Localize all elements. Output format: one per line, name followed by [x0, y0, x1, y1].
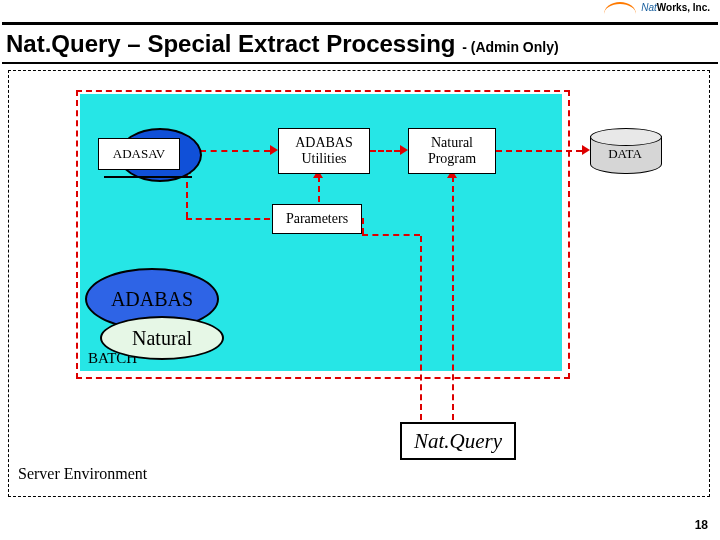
data-cylinder: DATA	[590, 128, 660, 172]
title-main: Nat.Query – Special Extract Processing	[6, 30, 462, 57]
top-rule	[2, 22, 718, 25]
cylinder-top-icon	[590, 128, 662, 146]
natquery-node: Nat.Query	[400, 422, 516, 460]
logo-text-2: Works, Inc.	[657, 2, 710, 13]
arrow-natquery-to-natprog	[452, 176, 454, 420]
title-rule	[2, 62, 718, 64]
server-environment-label: Server Environment	[18, 465, 147, 483]
adasav-underline	[104, 176, 192, 178]
adasav-node: ADASAV	[98, 120, 208, 190]
arrowhead-icon	[582, 145, 590, 155]
slide: NatWorks, Inc. Nat.Query – Special Extra…	[0, 0, 720, 540]
adabas-label: ADABAS	[111, 288, 193, 311]
adasav-label: ADASAV	[98, 138, 180, 170]
arrow-natquery-to-params-v	[420, 236, 422, 420]
arrow-utilities-to-natprog	[370, 150, 400, 152]
natural-program-node: Natural Program	[408, 128, 496, 174]
arrowhead-icon	[270, 145, 278, 155]
arrowhead-icon	[400, 145, 408, 155]
arrow-adasav-to-utilities	[200, 150, 270, 152]
natural-ellipse: Natural	[100, 316, 224, 360]
slide-title: Nat.Query – Special Extract Processing -…	[6, 30, 559, 58]
data-label: DATA	[590, 146, 660, 162]
logo-text-1: Nat	[641, 2, 657, 13]
arrow-params-left	[186, 218, 270, 220]
parameters-node: Parameters	[272, 204, 362, 234]
title-sub: - (Admin Only)	[462, 39, 558, 55]
arrow-natquery-to-params-h	[362, 234, 420, 236]
arrow-params-to-utilities	[318, 176, 320, 202]
arrow-natquery-to-params-h2	[362, 218, 364, 234]
natural-label: Natural	[132, 327, 192, 350]
company-logo: NatWorks, Inc.	[604, 2, 710, 14]
arrow-natprog-to-data	[496, 150, 582, 152]
adabas-utilities-node: ADABAS Utilities	[278, 128, 370, 174]
logo-swoosh-icon	[604, 2, 636, 14]
page-number: 18	[695, 518, 708, 532]
